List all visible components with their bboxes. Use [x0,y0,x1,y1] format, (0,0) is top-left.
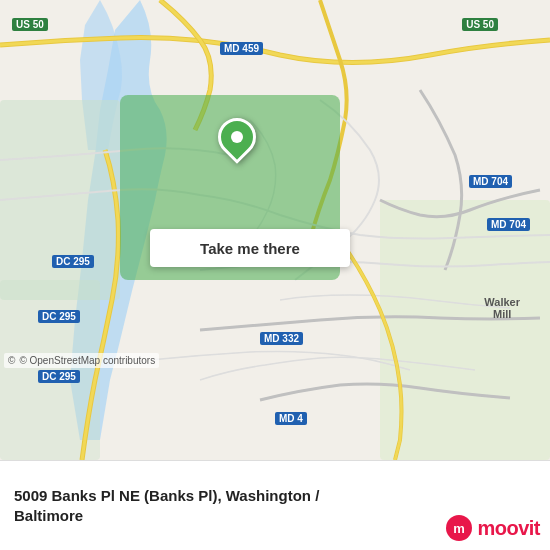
road-label-md332: MD 332 [260,332,303,345]
copyright-row: © © OpenStreetMap contributors [4,353,159,368]
road-label-md4: MD 4 [275,412,307,425]
road-label-dc295-3: DC 295 [38,370,80,383]
road-label-md704-1: MD 704 [469,175,512,188]
copyright-text: © OpenStreetMap contributors [19,355,155,366]
road-label-dc295-1: DC 295 [52,255,94,268]
location-pin [210,110,264,164]
copyright-symbol: © [8,355,15,366]
road-label-dc295-2: DC 295 [38,310,80,323]
road-label-us50-left: US 50 [12,18,48,31]
map-area: Take me there US 50 US 50 MD 459 MD 704 … [0,0,550,460]
map-container: Take me there US 50 US 50 MD 459 MD 704 … [0,0,550,550]
address-line1: 5009 Banks Pl NE (Banks Pl), Washington … [14,487,536,504]
walker-mill-label: WalkerMill [484,296,520,320]
pin-inner-dot [231,131,243,143]
take-me-there-button[interactable]: Take me there [150,229,350,267]
moovit-logo: m moovit [445,514,540,542]
moovit-icon: m [445,514,473,542]
moovit-text: moovit [477,517,540,540]
road-label-md704-2: MD 704 [487,218,530,231]
svg-text:m: m [454,521,466,536]
road-label-md459: MD 459 [220,42,263,55]
road-label-us50-right: US 50 [462,18,498,31]
info-bar: 5009 Banks Pl NE (Banks Pl), Washington … [0,460,550,550]
location-pin-container [218,118,256,156]
svg-rect-1 [0,100,120,300]
